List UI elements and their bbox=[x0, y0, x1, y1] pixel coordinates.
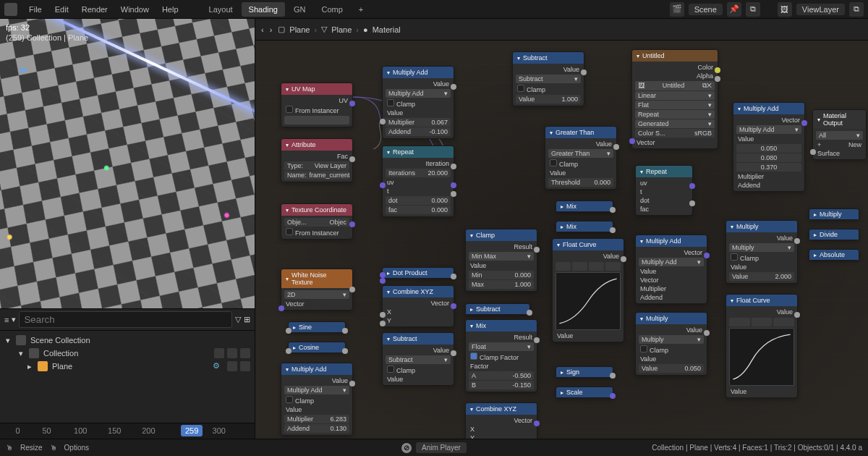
node-dot-product[interactable]: ▸Dot Product bbox=[382, 267, 454, 279]
checkbox-icon[interactable] bbox=[214, 348, 224, 358]
eye-icon[interactable] bbox=[227, 348, 237, 358]
node-multiply-collapsed[interactable]: ▸Multiply bbox=[809, 208, 859, 220]
expand-icon[interactable]: ▾ bbox=[4, 336, 12, 345]
blender-logo-icon[interactable] bbox=[4, 3, 17, 16]
node-divide-collapsed[interactable]: ▸Divide bbox=[809, 229, 859, 240]
node-cosine[interactable]: ▸Cosine bbox=[288, 342, 346, 353]
outliner-new-collection-icon[interactable]: ⊞ bbox=[244, 315, 250, 324]
node-attribute[interactable]: ▾Attribute Fac Type:View Layer Name:fram… bbox=[281, 138, 353, 182]
menu-render[interactable]: Render bbox=[76, 2, 114, 17]
expand-icon[interactable]: ▸ bbox=[26, 362, 33, 371]
node-scale[interactable]: ▸Scale bbox=[556, 387, 613, 398]
nav-back-icon[interactable]: ‹ bbox=[261, 25, 264, 34]
node-multiply-2[interactable]: ▾Multiply Value Multiply▾ Clamp Value Va… bbox=[726, 220, 798, 284]
object-icon: ▢ bbox=[278, 25, 285, 34]
node-multiply-add-1[interactable]: ▾Multiply Add Value Multiply Add▾ Clamp … bbox=[382, 66, 454, 139]
scene-selector[interactable]: Scene bbox=[689, 4, 723, 15]
nav-forward-icon[interactable]: › bbox=[270, 25, 273, 34]
camera-icon[interactable] bbox=[240, 348, 250, 358]
top-menu-bar: File Edit Render Window Help Layout Shad… bbox=[0, 0, 868, 19]
node-multiply-math[interactable]: ▾Multiply Value Multiply▾ Clamp Value Va… bbox=[635, 312, 707, 376]
menu-edit[interactable]: Edit bbox=[49, 2, 75, 17]
outliner-view-icon[interactable]: ▾ bbox=[12, 315, 16, 324]
outliner-display-mode-icon[interactable]: ≡ bbox=[4, 316, 9, 324]
node-clamp[interactable]: ▾Clamp Result Min Max▾ Value Min0.000 Ma… bbox=[465, 229, 537, 292]
workspace-tab-gn[interactable]: GN bbox=[286, 2, 313, 17]
uv-selector[interactable] bbox=[284, 116, 349, 124]
node-uv-map[interactable]: ▾UV Map UV From Instancer bbox=[281, 83, 353, 127]
scene-icon[interactable]: 🎬 bbox=[670, 2, 684, 17]
3d-viewport[interactable]: fps: 32 (259) Collection | Plane bbox=[0, 19, 255, 308]
stop-icon[interactable]: ⊘ bbox=[401, 443, 412, 453]
timeline-tick: 100 bbox=[74, 426, 87, 435]
shader-node-editor: ‹ › ▢ Plane › ▽ Plane › ● Material bbox=[255, 19, 868, 444]
node-texture-coordinate[interactable]: ▾Texture Coordinate Obje...Objec From In… bbox=[281, 203, 353, 240]
node-breadcrumb: ▢ Plane › ▽ Plane › ● Material bbox=[278, 25, 400, 34]
timeline-playhead[interactable]: 259 bbox=[181, 425, 203, 436]
menu-file[interactable]: File bbox=[23, 2, 48, 17]
menu-help[interactable]: Help bbox=[156, 2, 184, 17]
node-subtract-vec[interactable]: ▾Subtract Value Subtract▾ Clamp Value bbox=[382, 332, 454, 386]
viewlayer-icon[interactable]: 🖼 bbox=[778, 2, 792, 17]
status-options: Options bbox=[64, 444, 89, 452]
node-material-output[interactable]: ▾Material Output All▾ +New Surface bbox=[812, 109, 867, 160]
node-multiply-add-top[interactable]: ▾Multiply Add Vector Multiply Add▾ Value… bbox=[733, 102, 805, 192]
timeline-tick: 0 bbox=[15, 426, 20, 435]
node-combine-xyz-1[interactable]: ▾Combine XYZ Vector X Y bbox=[382, 285, 454, 327]
eye-icon[interactable] bbox=[227, 361, 237, 371]
material-icon: ● bbox=[363, 25, 368, 34]
outliner-tree: ▾ Scene Collection ▾ Collection bbox=[0, 331, 255, 376]
node-white-noise-texture[interactable]: ▾White Noise Texture 2D▾ Vector bbox=[281, 269, 353, 311]
copy-scene-icon[interactable]: ⧉ bbox=[746, 2, 760, 17]
node-subtract-2[interactable]: ▸Subtract bbox=[465, 303, 530, 315]
scene-stats: Collection | Plane | Verts:4 | Faces:1 |… bbox=[652, 444, 862, 452]
node-image-texture[interactable]: ▾Untitled Color Alpha 🖼Untitled⧉✕ Linear… bbox=[631, 49, 718, 149]
node-subtract-top[interactable]: ▾Subtract Value Subtract▾ Clamp Value1.0… bbox=[512, 51, 584, 106]
mouse-icon: 🖱 bbox=[6, 444, 13, 452]
node-absolute-collapsed[interactable]: ▸Absolute bbox=[809, 249, 859, 261]
node-sine[interactable]: ▸Sine bbox=[288, 321, 346, 333]
copy-viewlayer-icon[interactable]: ⧉ bbox=[849, 2, 864, 17]
node-greater-than[interactable]: ▾Greater Than Value Greater Than▾ Clamp … bbox=[545, 126, 617, 190]
outliner-row-plane[interactable]: ▸ Plane ⚙ bbox=[4, 360, 250, 373]
node-multiply-add-3[interactable]: ▾Multiply Add Vector Multiply Add▾ Value… bbox=[635, 235, 707, 304]
status-resize: Resize bbox=[20, 444, 43, 452]
node-editor-header: ‹ › ▢ Plane › ▽ Plane › ● Material bbox=[255, 19, 868, 41]
mouse-icon: 🖱 bbox=[50, 444, 57, 452]
expand-icon[interactable]: ▾ bbox=[17, 349, 25, 358]
menu-window[interactable]: Window bbox=[115, 2, 155, 17]
workspace-tab-shading[interactable]: Shading bbox=[242, 2, 285, 17]
curve-widget[interactable] bbox=[556, 272, 621, 330]
camera-icon[interactable] bbox=[240, 361, 250, 371]
image-datablock[interactable]: 🖼Untitled⧉✕ bbox=[635, 81, 715, 90]
node-canvas[interactable]: ▾UV Map UV From Instancer ▾Attribute Fac… bbox=[255, 41, 868, 444]
modifier-icon[interactable]: ⚙ bbox=[213, 361, 223, 371]
status-bar: 🖱 Resize 🖱 Options ⊘ Anim Player Collect… bbox=[0, 439, 868, 456]
collection-icon bbox=[16, 335, 26, 345]
node-repeat[interactable]: ▾Repeat Iteration Iterations20.000 uv t … bbox=[382, 145, 454, 217]
node-multiply-add-2[interactable]: ▾Multiply Add Value Multiply Add▾ Clamp … bbox=[281, 363, 353, 436]
timeline-tick: 150 bbox=[108, 426, 121, 435]
dimensions-select[interactable]: 2D▾ bbox=[284, 290, 349, 299]
outliner-search-input[interactable] bbox=[19, 311, 232, 328]
outliner-filter-icon[interactable]: ▽ bbox=[235, 315, 241, 324]
workspace-tab-layout[interactable]: Layout bbox=[202, 2, 240, 17]
node-mix[interactable]: ▾Mix Result Float▾ Clamp Factor Factor A… bbox=[465, 319, 537, 392]
node-float-curve-2[interactable]: ▾Float Curve Value Value bbox=[726, 294, 798, 398]
viewlayer-selector[interactable]: ViewLayer bbox=[796, 4, 845, 15]
node-mix-collapsed-2[interactable]: ▸Mix bbox=[556, 221, 613, 232]
node-float-curve-1[interactable]: ▾Float Curve Value Value bbox=[552, 238, 624, 342]
node-repeat-out[interactable]: ▾Repeat uv t dot fac bbox=[635, 165, 693, 216]
node-sign[interactable]: ▸Sign bbox=[556, 366, 613, 378]
outliner-row-collection[interactable]: ▾ Collection bbox=[4, 347, 250, 360]
main-area: fps: 32 (259) Collection | Plane ≡ ▾ ▽ ⊞… bbox=[0, 19, 868, 444]
node-mix-collapsed-1[interactable]: ▸Mix bbox=[556, 200, 613, 212]
pin-icon[interactable]: 📌 bbox=[727, 2, 741, 17]
curve-widget[interactable] bbox=[729, 328, 794, 386]
outliner-row-scene-collection[interactable]: ▾ Scene Collection bbox=[4, 334, 250, 347]
collection-icon bbox=[29, 348, 39, 358]
workspace-tab-comp[interactable]: Comp bbox=[314, 2, 349, 17]
workspace-add-button[interactable]: + bbox=[352, 2, 370, 17]
anim-player-status: Anim Player bbox=[416, 442, 467, 453]
viewport-render-preview bbox=[0, 19, 255, 308]
